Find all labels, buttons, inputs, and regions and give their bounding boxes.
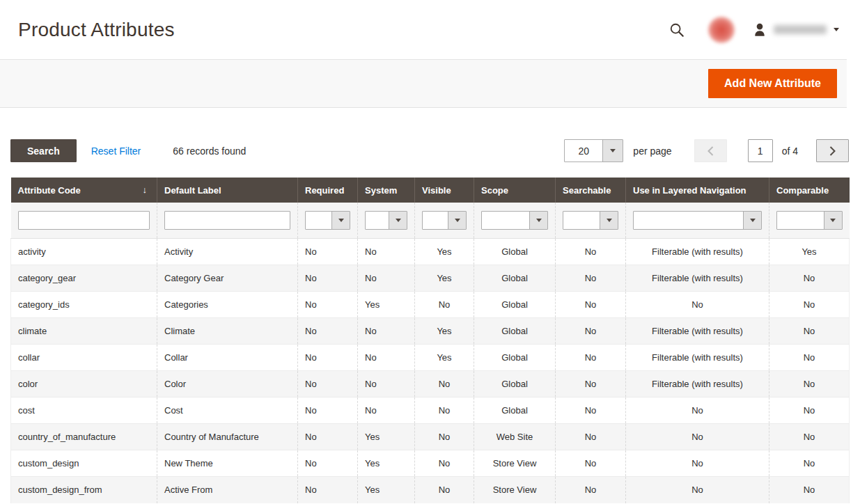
cell-attribute_code: collar — [11, 345, 157, 371]
cell-required: No — [298, 477, 358, 503]
column-header-visible[interactable]: Visible — [415, 178, 474, 203]
search-icon[interactable] — [669, 22, 685, 38]
table-row[interactable]: collarCollarNoNoYesGlobalNoFilterable (w… — [11, 345, 850, 371]
admin-account-menu[interactable] — [753, 22, 839, 37]
cell-visible: Yes — [415, 345, 474, 371]
table-row[interactable]: climateClimateNoNoYesGlobalNoFilterable … — [11, 318, 850, 345]
search-button[interactable]: Search — [10, 139, 77, 162]
previous-page-button[interactable] — [694, 139, 727, 162]
column-header-required[interactable]: Required — [298, 178, 358, 203]
cell-scope: Global — [474, 292, 556, 318]
cell-required: No — [298, 424, 358, 450]
cell-required: No — [298, 318, 358, 345]
global-header: Product Attributes — [0, 0, 860, 59]
filter-select-value — [306, 212, 331, 229]
filter-cell-required — [298, 203, 358, 239]
filter-select-arrow — [529, 212, 547, 229]
grid-header-row: Attribute Code↓Default LabelRequiredSyst… — [11, 178, 850, 203]
column-header-comparable[interactable]: Comparable — [769, 178, 850, 203]
cell-use_in_layered_navigation: Filterable (with results) — [626, 345, 769, 371]
admin-username-blurred — [774, 25, 827, 34]
cell-default_label: Collar — [157, 345, 298, 371]
cell-comparable: No — [769, 450, 850, 477]
cell-attribute_code: cost — [11, 397, 157, 424]
cell-use_in_layered_navigation: No — [626, 477, 769, 503]
table-row[interactable]: country_of_manufactureCountry of Manufac… — [11, 424, 850, 450]
column-header-use_in_layered_navigation[interactable]: Use in Layered Navigation — [626, 178, 769, 203]
filter-select-system[interactable] — [365, 211, 407, 230]
cell-attribute_code: category_gear — [11, 265, 157, 292]
filter-select-arrow — [743, 212, 761, 229]
cell-system: No — [358, 239, 415, 265]
filter-select-scope[interactable] — [481, 211, 548, 230]
table-row[interactable]: category_idsCategoriesNoYesNoGlobalNoNoN… — [11, 292, 850, 318]
cell-scope: Global — [474, 397, 556, 424]
grid-head: Attribute Code↓Default LabelRequiredSyst… — [11, 178, 850, 239]
filter-select-use_in_layered_navigation[interactable] — [633, 211, 762, 230]
admin-user-icon — [753, 22, 767, 37]
cell-system: Yes — [358, 292, 415, 318]
column-header-attribute_code[interactable]: Attribute Code↓ — [11, 178, 157, 203]
cell-scope: Store View — [474, 450, 556, 477]
current-page-input[interactable] — [748, 139, 773, 162]
cell-attribute_code: country_of_manufacture — [11, 424, 157, 450]
filter-select-value — [482, 212, 529, 229]
reset-filter-link[interactable]: Reset Filter — [91, 145, 141, 157]
per-page-select-arrow — [602, 140, 623, 162]
filter-input-default_label[interactable] — [164, 211, 290, 230]
cell-required: No — [298, 371, 358, 397]
header-actions — [669, 17, 839, 43]
cell-visible: Yes — [415, 239, 474, 265]
triangle-down-icon — [396, 219, 401, 222]
table-row[interactable]: custom_designNew ThemeNoYesNoStore ViewN… — [11, 450, 850, 477]
filter-select-comparable[interactable] — [776, 211, 843, 230]
cell-attribute_code: activity — [11, 239, 157, 265]
cell-scope: Global — [474, 318, 556, 345]
cell-searchable: No — [556, 265, 626, 292]
triangle-down-icon — [536, 219, 542, 222]
cell-scope: Store View — [474, 477, 556, 503]
cell-scope: Global — [474, 345, 556, 371]
filter-cell-system — [358, 203, 415, 239]
cell-searchable: No — [556, 477, 626, 503]
cell-visible: No — [415, 477, 474, 503]
cell-default_label: Activity — [157, 239, 298, 265]
cell-scope: Global — [474, 371, 556, 397]
column-header-default_label[interactable]: Default Label — [157, 178, 298, 203]
store-avatar-blurred[interactable] — [708, 17, 735, 43]
filter-cell-scope — [474, 203, 556, 239]
filter-select-value — [423, 212, 448, 229]
column-header-searchable[interactable]: Searchable — [556, 178, 626, 203]
cell-searchable: No — [556, 239, 626, 265]
filter-select-required[interactable] — [305, 211, 350, 230]
column-header-scope[interactable]: Scope — [474, 178, 556, 203]
add-new-attribute-button[interactable]: Add New Attribute — [708, 69, 837, 98]
per-page-select[interactable]: 20 — [564, 139, 623, 162]
cell-scope: Global — [474, 239, 556, 265]
cell-comparable: No — [769, 424, 850, 450]
table-row[interactable]: custom_design_fromActive FromNoYesNoStor… — [11, 477, 850, 503]
next-page-button[interactable] — [816, 139, 849, 162]
cell-use_in_layered_navigation: Filterable (with results) — [626, 318, 769, 345]
cell-scope: Global — [474, 265, 556, 292]
cell-comparable: No — [769, 318, 850, 345]
table-row[interactable]: costCostNoNoNoGlobalNoNoNo — [11, 397, 850, 424]
cell-attribute_code: custom_design — [11, 450, 157, 477]
column-header-system[interactable]: System — [358, 178, 415, 203]
cell-attribute_code: category_ids — [11, 292, 157, 318]
cell-system: No — [358, 345, 415, 371]
cell-use_in_layered_navigation: No — [626, 450, 769, 477]
table-row[interactable]: colorColorNoNoNoGlobalNoFilterable (with… — [11, 371, 850, 397]
cell-default_label: Categories — [157, 292, 298, 318]
cell-default_label: Color — [157, 371, 298, 397]
chevron-left-icon — [707, 146, 714, 156]
cell-use_in_layered_navigation: No — [626, 292, 769, 318]
cell-searchable: No — [556, 292, 626, 318]
filter-select-visible[interactable] — [422, 211, 467, 230]
table-row[interactable]: activityActivityNoNoYesGlobalNoFilterabl… — [11, 239, 850, 265]
filter-input-attribute_code[interactable] — [18, 211, 150, 230]
table-row[interactable]: category_gearCategory GearNoNoYesGlobalN… — [11, 265, 850, 292]
filter-cell-comparable — [769, 203, 850, 239]
filter-select-searchable[interactable] — [563, 211, 618, 230]
cell-searchable: No — [556, 424, 626, 450]
